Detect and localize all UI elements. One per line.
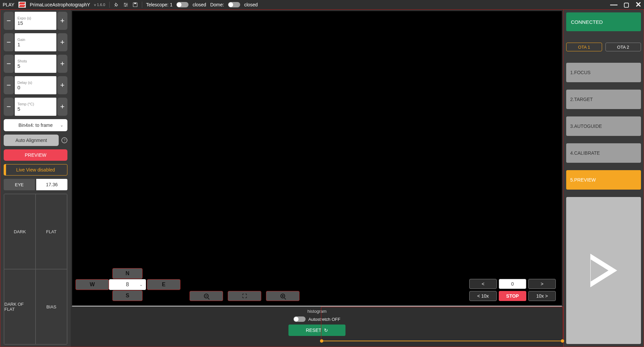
binning-select[interactable]: Bin4x4: to frame ⌄ [4,119,67,131]
minimize-button[interactable]: — [610,0,618,9]
step-autoguide-label: 3.AUTOGUIDE [570,123,602,129]
telescope-state: closed [193,2,206,7]
connected-button[interactable]: CONNECTED [566,12,641,31]
zoom-fit-button[interactable]: ⛶ [228,291,261,301]
center-panel: N W 8⌄ E S ⛶ < 0 > < 10x STOP 10x > [71,10,563,347]
rot-right-10x-button[interactable]: 10x > [528,291,556,301]
go-button[interactable] [566,197,641,344]
chevron-down-icon: ⌄ [60,123,63,128]
gain-value: 1 [17,42,54,47]
svg-rect-4 [134,3,136,4]
temp-minus-button[interactable]: − [4,98,14,116]
step-focus-button[interactable]: 1.FOCUS [566,63,641,82]
delay-minus-button[interactable]: − [4,76,14,94]
ota2-label: OTA 2 [617,45,629,50]
temp-input[interactable]: Temp (°C) 5 [15,98,56,116]
frame-grid: DARK FLAT DARK OF FLAT BIAS [4,194,67,345]
dark-button[interactable]: DARK [4,194,36,269]
shots-row: − Shots 5 + [4,55,67,73]
expo-value: 15 [17,20,54,26]
east-button[interactable]: E [147,279,180,290]
pin-icon[interactable] [114,2,119,7]
shots-input[interactable]: Shots 5 [15,55,56,73]
dof-label: DARK OF FLAT [4,302,35,312]
preview-button[interactable]: PREVIEW [4,149,67,161]
histogram-panel: histogram Autostretch OFF RESET ↻ [71,306,563,347]
telescope-toggle[interactable] [176,2,189,7]
south-button[interactable]: S [112,290,143,301]
rot-l10-label: < 10x [477,293,489,299]
rot-left-10x-button[interactable]: < 10x [469,291,497,301]
app-name: PrimaLuceAstrophotographY [30,2,90,7]
step-calibrate-label: 4.CALIBRATE [570,150,600,156]
auto-alignment-button[interactable]: Auto Alignment [4,135,59,146]
north-label: N [125,270,129,277]
dark-label: DARK [14,229,26,234]
step-autoguide-button[interactable]: 3.AUTOGUIDE [566,116,641,136]
help-icon[interactable]: ? [61,137,67,143]
histogram-display [321,307,563,343]
dark-of-flat-button[interactable]: DARK OF FLAT [4,269,36,344]
rot-stop-button[interactable]: STOP [499,291,526,301]
flat-button[interactable]: FLAT [36,194,67,269]
zoom-in-button[interactable] [266,291,300,301]
expo-input[interactable]: Expo (s) 15 [15,12,56,30]
gain-plus-button[interactable]: + [57,33,67,51]
east-label: E [162,282,166,288]
titlebar: PLAY PrimaLuceAstrophotographY v 1.6.0 T… [0,0,644,9]
zoom-out-button[interactable] [190,291,223,301]
dome-toggle[interactable] [228,2,240,7]
ota1-tab[interactable]: OTA 1 [566,43,602,51]
rot-left-label: < [482,281,484,287]
gain-input[interactable]: Gain 1 [15,33,56,51]
north-button[interactable]: N [112,268,143,279]
step-calibrate-button[interactable]: 4.CALIBRATE [566,143,641,163]
auto-alignment-label: Auto Alignment [15,138,47,143]
preview-label: PREVIEW [25,152,47,158]
delay-input[interactable]: Delay (s) 0 [15,76,56,94]
speed-select[interactable]: 8⌄ [109,279,146,290]
gain-minus-button[interactable]: − [4,33,14,51]
left-panel: − Expo (s) 15 + − Gain 1 + − Shots 5 + − [0,10,71,347]
shots-plus-button[interactable]: + [57,55,67,73]
right-panel: CONNECTED OTA 1 OTA 2 1.FOCUS 2.TARGET 3… [563,10,644,347]
step-target-button[interactable]: 2.TARGET [566,90,641,109]
step-preview-button[interactable]: 5.PREVIEW [566,170,641,190]
close-button[interactable]: ✕ [635,0,641,9]
binning-value: Bin4x4: to frame [18,122,53,128]
temp-plus-button[interactable]: + [57,98,67,116]
reset-label: RESET [306,328,322,333]
telescope-label: Telescope: 1 [146,2,173,7]
divider [109,2,110,8]
live-view-label: Live View disabled [16,167,55,172]
expo-minus-button[interactable]: − [4,12,14,30]
ota2-tab[interactable]: OTA 2 [605,43,641,51]
connected-label: CONNECTED [571,19,603,25]
rot-left-button[interactable]: < [469,279,497,289]
rot-stop-label: STOP [506,293,519,299]
expo-row: − Expo (s) 15 + [4,12,67,30]
slider-handle-right[interactable] [561,339,564,343]
delay-value: 0 [17,85,54,90]
fit-icon: ⛶ [242,293,247,299]
image-viewport[interactable]: N W 8⌄ E S ⛶ < 0 > < 10x STOP 10x > [72,11,562,306]
expo-plus-button[interactable]: + [57,12,67,30]
live-view-button[interactable]: Live View disabled [4,164,67,176]
gain-row: − Gain 1 + [4,33,67,51]
west-label: W [90,282,95,288]
shots-minus-button[interactable]: − [4,55,14,73]
step-target-label: 2.TARGET [570,97,593,102]
settings-icon[interactable] [123,2,128,7]
autostretch-toggle[interactable] [293,316,306,322]
step-focus-label: 1.FOCUS [570,70,591,75]
rot-r10-label: 10x > [536,293,548,299]
bias-button[interactable]: BIAS [36,269,67,344]
delay-plus-button[interactable]: + [57,76,67,94]
slider-handle-left[interactable] [320,339,323,343]
rot-value[interactable]: 0 [499,279,526,289]
west-button[interactable]: W [75,279,109,290]
histogram-slider[interactable] [321,339,563,343]
maximize-button[interactable]: ▢ [624,1,629,8]
rot-right-button[interactable]: > [528,279,556,289]
save-icon[interactable] [132,2,138,7]
